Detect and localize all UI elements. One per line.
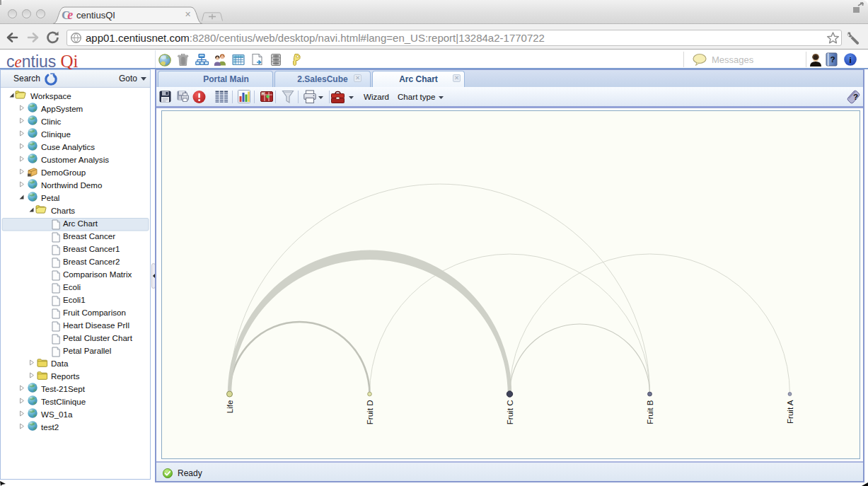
svg-text:Fruit D: Fruit D [365,400,374,425]
svg-text:Breast Cancer2: Breast Cancer2 [63,257,120,266]
svg-text:Workspace: Workspace [30,91,71,100]
svg-text:Life: Life [225,400,234,414]
svg-text:Fruit B: Fruit B [645,400,654,424]
svg-text:Clinique: Clinique [41,129,71,139]
svg-text:Breast Cancer: Breast Cancer [63,231,115,241]
svg-text:?: ? [830,54,835,64]
svg-text:i: i [849,55,851,64]
svg-text:Northwind Demo: Northwind Demo [41,180,102,190]
svg-text:Fruit C: Fruit C [505,400,514,425]
svg-text:Customer Analysis: Customer Analysis [41,155,109,164]
svg-text:Wizard: Wizard [364,92,389,101]
svg-text:Ecoli: Ecoli [63,282,81,291]
svg-text:AppSystem: AppSystem [41,104,83,113]
svg-text:Reports: Reports [51,371,80,381]
svg-text:Fruit Comparison: Fruit Comparison [63,308,126,317]
svg-text:Breast Cancer1: Breast Cancer1 [63,244,120,253]
svg-text:DemoGroup: DemoGroup [41,168,86,177]
svg-text:Petal Parallel: Petal Parallel [63,346,111,355]
svg-text:Fruit A: Fruit A [785,400,794,424]
svg-text:Charts: Charts [51,206,75,215]
svg-text:TestClinique: TestClinique [41,397,86,406]
svg-text:Chart type: Chart type [398,92,436,101]
svg-text:Cuse Analytics: Cuse Analytics [41,142,95,151]
svg-text:?: ? [853,92,858,101]
svg-text:Data: Data [51,359,69,368]
svg-text:Test-21Sept: Test-21Sept [41,384,86,393]
svg-text:test2: test2 [41,422,59,432]
svg-text:Petal: Petal [41,193,59,202]
svg-text:Arc Chart: Arc Chart [63,219,98,228]
svg-text:Comparison Matrix: Comparison Matrix [63,270,132,279]
svg-text:WS_01a: WS_01a [41,410,73,419]
svg-text:Petal Cluster Chart: Petal Cluster Chart [63,333,133,342]
svg-text:Clinic: Clinic [41,117,62,126]
svg-text:Heart Disease PrIl: Heart Disease PrIl [63,320,129,330]
svg-text:Ecoli1: Ecoli1 [63,295,86,304]
